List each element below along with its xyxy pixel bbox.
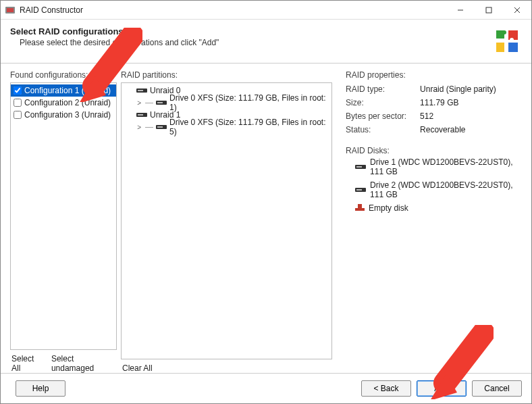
prop-type-label: RAID type: bbox=[346, 82, 420, 96]
partition-label: Drive 0 XFS (Size: 111.79 GB, Files in r… bbox=[169, 118, 329, 136]
found-configs-label: Found configurations: bbox=[10, 70, 117, 80]
svg-rect-9 bbox=[157, 102, 163, 103]
found-configs-list[interactable]: Configuration 1 (Unraid)Configuration 2 … bbox=[10, 82, 117, 350]
config-row[interactable]: Configuration 2 (Unraid) bbox=[11, 97, 116, 109]
minimize-icon bbox=[457, 7, 464, 14]
tree-dash: — bbox=[145, 98, 153, 107]
maximize-button[interactable] bbox=[475, 1, 503, 20]
disk-row: Drive 1 (WDC WD1200BEVS-22UST0), 111 GB bbox=[346, 155, 522, 178]
page-subtitle: Please select the desired configurations… bbox=[10, 38, 492, 47]
svg-rect-13 bbox=[157, 126, 163, 128]
tree-expander[interactable]: > bbox=[136, 99, 142, 107]
drive-icon-wrap bbox=[136, 110, 147, 120]
prop-status-label: Status: bbox=[346, 123, 420, 136]
disk-icon bbox=[156, 124, 167, 130]
disk-label: Drive 1 (WDC WD1200BEVS-22UST0), 111 GB bbox=[370, 157, 522, 176]
disk-label: Drive 2 (WDC WD1200BEVS-22UST0), 111 GB bbox=[370, 180, 522, 199]
wizard-header: Select RAID configurations Please select… bbox=[1, 20, 531, 60]
wizard-footer: Help < Back Add Cancel bbox=[1, 373, 531, 403]
disk-row: Drive 2 (WDC WD1200BEVS-22UST0), 111 GB bbox=[346, 178, 522, 201]
page-title: Select RAID configurations bbox=[10, 26, 492, 36]
drive-icon-wrap bbox=[156, 122, 167, 132]
partition-row[interactable]: >—Drive 0 XFS (Size: 111.79 GB, Files in… bbox=[122, 121, 331, 133]
drive-icon-wrap bbox=[136, 86, 147, 95]
config-label: Configuration 2 (Unraid) bbox=[24, 98, 111, 107]
disks-section-label: RAID Disks: bbox=[346, 146, 522, 155]
properties-label: RAID properties: bbox=[346, 70, 522, 80]
back-button[interactable]: < Back bbox=[361, 380, 411, 397]
help-button[interactable]: Help bbox=[16, 380, 65, 397]
close-icon bbox=[514, 7, 521, 14]
disk-icon bbox=[136, 112, 147, 118]
empty-disk-icon-wrap bbox=[355, 203, 365, 213]
add-button[interactable]: Add bbox=[417, 380, 467, 397]
disk-icon-wrap bbox=[355, 162, 366, 172]
prop-size-label: Size: bbox=[346, 96, 420, 109]
empty-disk-icon bbox=[355, 204, 365, 211]
cancel-button[interactable]: Cancel bbox=[472, 380, 522, 397]
properties-table: RAID type: Unraid (Single parity) Size: … bbox=[346, 82, 522, 136]
maximize-icon bbox=[485, 7, 492, 14]
app-icon bbox=[5, 5, 16, 16]
partition-label: Drive 0 XFS (Size: 111.79 GB, Files in r… bbox=[169, 93, 329, 112]
prop-type-value: Unraid (Single parity) bbox=[420, 82, 522, 96]
config-label: Configuration 1 (Unraid) bbox=[24, 86, 111, 95]
prop-bps-label: Bytes per sector: bbox=[346, 109, 420, 123]
svg-rect-7 bbox=[138, 90, 143, 91]
tree-dash: — bbox=[145, 122, 153, 132]
svg-rect-15 bbox=[356, 166, 362, 168]
prop-status-value: Recoverable bbox=[420, 123, 522, 136]
disk-row: Empty disk bbox=[346, 201, 522, 215]
config-row[interactable]: Configuration 1 (Unraid) bbox=[11, 84, 116, 97]
svg-rect-3 bbox=[486, 7, 491, 13]
svg-rect-17 bbox=[356, 189, 362, 191]
select-undamaged-link[interactable]: Select undamaged bbox=[51, 354, 115, 373]
drive-icon-wrap bbox=[156, 98, 167, 107]
close-button[interactable] bbox=[503, 1, 531, 20]
minimize-button[interactable] bbox=[446, 1, 475, 20]
svg-rect-19 bbox=[358, 204, 362, 208]
partition-row[interactable]: >—Drive 0 XFS (Size: 111.79 GB, Files in… bbox=[122, 97, 331, 109]
disk-icon bbox=[156, 100, 167, 105]
prop-bps-value: 512 bbox=[420, 109, 522, 123]
svg-rect-1 bbox=[7, 8, 14, 12]
config-checkbox[interactable] bbox=[14, 99, 22, 107]
partitions-tree[interactable]: Unraid 0>—Drive 0 XFS (Size: 111.79 GB, … bbox=[121, 82, 332, 359]
window-title: RAID Constructor bbox=[20, 5, 446, 15]
prop-size-value: 111.79 GB bbox=[420, 96, 522, 109]
tree-expander[interactable]: > bbox=[136, 124, 142, 131]
titlebar: RAID Constructor bbox=[1, 1, 531, 20]
disk-label: Empty disk bbox=[369, 203, 408, 213]
puzzle-icon bbox=[492, 26, 522, 56]
partitions-label: RAID partitions: bbox=[121, 70, 332, 80]
config-checkbox[interactable] bbox=[14, 86, 22, 95]
disks-list: Drive 1 (WDC WD1200BEVS-22UST0), 111 GBD… bbox=[346, 155, 522, 215]
disk-icon-wrap bbox=[355, 185, 366, 195]
config-label: Configuration 3 (Unraid) bbox=[24, 110, 111, 120]
disk-icon bbox=[355, 187, 366, 193]
svg-rect-11 bbox=[138, 114, 143, 116]
disk-icon bbox=[355, 164, 366, 170]
config-checkbox[interactable] bbox=[14, 111, 22, 119]
svg-rect-18 bbox=[355, 208, 365, 211]
disk-icon bbox=[136, 88, 147, 93]
select-all-link[interactable]: Select All bbox=[11, 354, 43, 373]
config-row[interactable]: Configuration 3 (Unraid) bbox=[11, 109, 116, 121]
clear-all-link[interactable]: Clear All bbox=[122, 363, 153, 373]
